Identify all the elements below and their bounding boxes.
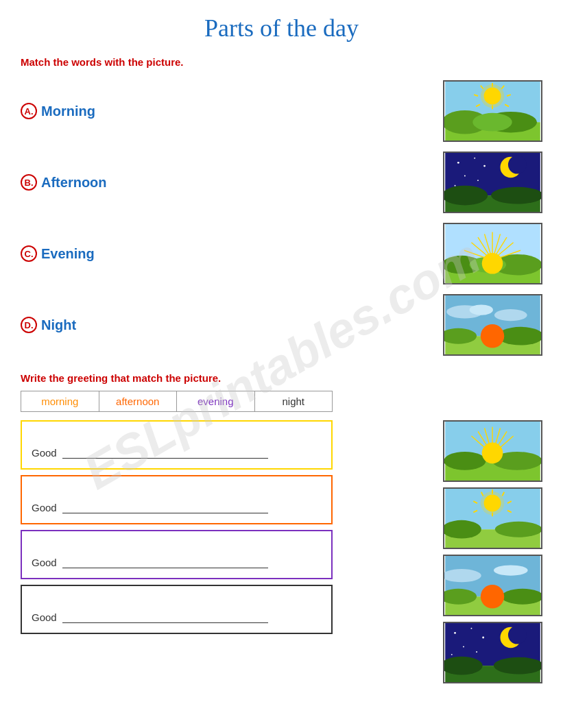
word-evening: Evening [41,246,95,262]
svg-point-89 [482,637,484,639]
image-night [443,294,542,356]
page-title: Parts of the day [21,14,542,43]
word-morning: Morning [41,104,95,119]
right-images [443,420,542,683]
letter-b: B. [21,174,37,191]
match-row-night: D. Night [21,294,542,356]
image-write-2 [443,487,542,549]
answer-line-4[interactable] [62,622,268,623]
svg-point-52 [444,452,486,470]
svg-point-4 [472,113,512,132]
good-label-1: Good [32,447,268,459]
svg-point-61 [482,443,503,464]
answer-box-2: Good [21,475,333,524]
match-left-night: D. Night [21,317,76,333]
svg-point-86 [494,657,542,675]
svg-point-64 [443,520,481,539]
word-bank: morning afternoon evening night [21,391,333,412]
svg-point-46 [494,309,527,321]
image-write-3 [443,555,542,616]
word-bank-evening: evening [177,391,255,411]
word-afternoon: Afternoon [41,175,107,191]
svg-point-21 [483,165,486,167]
word-bank-morning: morning [21,391,99,411]
svg-point-17 [443,186,488,206]
image-write-4 [443,622,542,683]
svg-point-22 [464,175,466,176]
good-label-2: Good [32,502,268,513]
svg-point-26 [508,156,527,174]
svg-point-14 [484,88,501,105]
good-label-3: Good [32,557,268,568]
svg-point-45 [470,304,493,315]
match-left-evening: C. Evening [21,245,95,262]
word-bank-afternoon: afternoon [99,391,178,411]
word-night: Night [41,317,76,333]
match-row-morning: A. Morning [21,80,542,142]
svg-point-79 [494,565,528,575]
svg-point-78 [443,569,481,582]
svg-point-20 [474,158,475,159]
match-left-morning: A. Morning [21,103,95,119]
svg-point-90 [463,646,464,647]
answer-line-3[interactable] [62,568,268,568]
page: ESLprintables.com Parts of the day Match… [0,0,563,728]
svg-point-88 [470,628,472,629]
svg-point-24 [455,185,456,186]
letter-c: C. [21,245,37,262]
image-morning [443,80,542,142]
image-afternoon [443,151,542,213]
image-evening [443,223,542,284]
svg-point-23 [477,180,479,181]
answer-box-4: Good [21,585,333,634]
svg-point-91 [476,651,477,653]
letter-d: D. [21,317,37,333]
section1-instruction: Match the words with the picture. [21,56,542,68]
svg-point-94 [508,626,527,644]
svg-point-65 [495,522,542,537]
svg-point-19 [457,162,459,164]
match-left-afternoon: B. Afternoon [21,174,107,191]
svg-point-87 [454,632,456,634]
answer-box-1: Good [21,420,333,470]
good-label-4: Good [32,611,268,623]
letter-a: A. [21,103,37,119]
answer-line-2[interactable] [62,513,268,513]
bottom-section: Good Good Good Good [21,420,542,683]
svg-point-18 [491,187,542,204]
svg-point-81 [501,589,542,605]
section2-instruction: Write the greeting that match the pictur… [21,372,542,384]
svg-point-49 [481,324,504,348]
word-bank-night: night [255,391,333,411]
image-write-1 [443,420,542,482]
answer-line-1[interactable] [62,458,268,459]
svg-point-92 [451,654,453,655]
answer-boxes-col: Good Good Good Good [21,420,429,683]
answer-box-3: Good [21,530,333,579]
match-row-afternoon: B. Afternoon [21,151,542,213]
svg-point-48 [498,327,542,345]
svg-point-41 [482,253,503,274]
svg-point-75 [484,495,501,512]
svg-point-82 [481,585,504,608]
match-row-evening: C. Evening [21,223,542,284]
match-section: A. Morning [21,80,542,365]
